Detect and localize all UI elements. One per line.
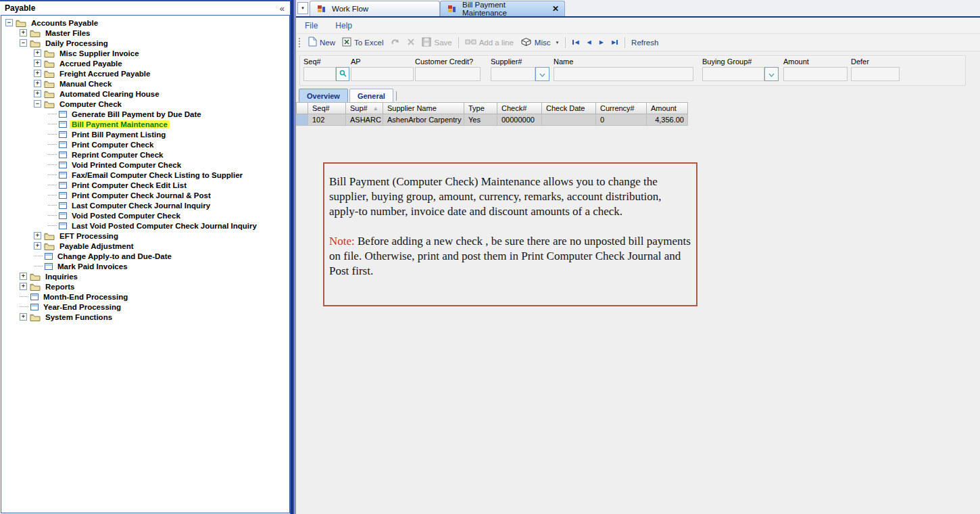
expand-icon[interactable]: + — [34, 80, 41, 87]
nav-previous-button[interactable]: ◀ — [583, 38, 595, 47]
tree-item[interactable]: +Manual Check — [1, 78, 289, 89]
buying-group-dropdown-button[interactable] — [764, 67, 779, 81]
tree-item[interactable]: Print Computer Check Journal & Post — [1, 190, 289, 200]
seq-input[interactable] — [303, 67, 336, 81]
tree-item[interactable]: Last Computer Check Journal Inquiry — [1, 200, 289, 210]
expand-icon[interactable]: + — [34, 232, 41, 239]
tree-item[interactable]: +Automated Clearing House — [1, 89, 289, 99]
tree-item[interactable]: +System Functions — [1, 312, 289, 322]
tree-item[interactable]: Last Void Posted Computer Check Journal … — [1, 220, 289, 231]
chevron-down-icon: ▼ — [301, 6, 305, 10]
cell-check-date[interactable] — [542, 114, 596, 126]
new-button[interactable]: New — [305, 35, 339, 49]
expand-icon[interactable]: + — [20, 313, 27, 321]
refresh-button-label: Refresh — [631, 39, 658, 47]
amount-input[interactable] — [783, 67, 848, 81]
refresh-button[interactable]: Refresh — [628, 37, 662, 48]
column-header-check[interactable]: Check# — [497, 102, 542, 114]
expand-icon[interactable]: + — [20, 29, 27, 37]
filter-buying-group: Buying Group# — [702, 57, 779, 81]
tree-item[interactable]: +Reports — [1, 281, 289, 291]
supplier-dropdown-button[interactable] — [535, 67, 549, 81]
cell-seq[interactable]: 102 — [308, 114, 346, 126]
cell-type[interactable]: Yes — [464, 114, 497, 126]
cell-amount[interactable]: 4,356.00 — [647, 114, 688, 126]
to-excel-button[interactable]: To Excel — [339, 36, 387, 49]
tree-item[interactable]: −Accounts Payable — [1, 18, 289, 28]
ap-input[interactable] — [351, 67, 414, 81]
tree-item-label: Last Computer Check Journal Inquiry — [70, 202, 212, 210]
toolbar-grip[interactable] — [298, 37, 301, 48]
tree-item[interactable]: −Daily Processing — [1, 38, 289, 48]
nav-next-button[interactable]: ▶ — [595, 38, 608, 47]
tree-item[interactable]: Fax/Email Computer Check Listing to Supp… — [1, 170, 289, 180]
collapse-icon[interactable]: − — [34, 100, 41, 108]
folder-icon — [16, 19, 26, 27]
cell-currency[interactable]: 0 — [596, 114, 647, 126]
collapse-icon[interactable]: − — [5, 19, 13, 26]
column-header-type[interactable]: Type — [464, 102, 497, 114]
tree-item[interactable]: Reprint Computer Check — [1, 149, 289, 160]
tree-item[interactable]: Print Computer Check Edit List — [1, 180, 289, 190]
tree-item[interactable]: Generate Bill Payment by Due Date — [1, 109, 289, 119]
tree-item[interactable]: Bill Payment Maintenance — [1, 119, 289, 129]
supplier-input[interactable] — [491, 67, 535, 81]
tab-bill-payment-maintenance[interactable]: Bill Payment Maintenance ✕ — [440, 1, 565, 16]
column-header-amount[interactable]: Amount — [647, 102, 688, 114]
row-selector[interactable] — [296, 114, 308, 126]
tree-item-label: Void Printed Computer Check — [70, 161, 183, 169]
tree-item[interactable]: Void Printed Computer Check — [1, 160, 289, 170]
tree-item[interactable]: +EFT Processing — [1, 231, 289, 241]
tree-item[interactable]: −Computer Check — [1, 99, 289, 109]
search-button[interactable] — [336, 67, 349, 81]
tab-work-flow[interactable]: Work Flow — [310, 1, 440, 16]
tab-overview[interactable]: Overview — [299, 89, 348, 102]
tree-item[interactable]: +Accrued Payable — [1, 58, 289, 68]
collapse-icon[interactable]: − — [20, 39, 27, 47]
tree-item[interactable]: Mark Paid Invoices — [1, 261, 289, 271]
tree-item[interactable]: Change Apply-to and Due-Date — [1, 251, 289, 261]
expand-icon[interactable]: + — [20, 283, 27, 290]
cell-check[interactable]: 00000000 — [497, 114, 542, 126]
expand-icon[interactable]: + — [20, 273, 27, 280]
tab-general[interactable]: General — [349, 89, 393, 102]
column-header-seq[interactable]: Seq# — [308, 102, 346, 114]
tab-list-dropdown-button[interactable]: ▼ — [297, 2, 308, 14]
menu-help[interactable]: Help — [335, 21, 352, 30]
column-header-currency[interactable]: Currency# — [596, 102, 647, 114]
panel-splitter[interactable] — [290, 0, 296, 514]
tree-item[interactable]: +Misc Supplier Invoice — [1, 48, 289, 58]
expand-icon[interactable]: + — [34, 90, 41, 97]
expand-icon[interactable]: + — [34, 49, 41, 57]
tree-item[interactable]: +Payable Adjustment — [1, 241, 289, 251]
expand-icon[interactable]: + — [34, 60, 41, 67]
name-input[interactable] — [554, 67, 693, 81]
defer-input[interactable] — [851, 67, 900, 81]
tree-item[interactable]: Print Computer Check — [1, 139, 289, 149]
nav-first-button[interactable]: ◀ — [568, 38, 583, 47]
buying-group-input[interactable] — [702, 67, 764, 81]
close-tab-icon[interactable]: ✕ — [552, 4, 559, 14]
misc-button[interactable]: Misc ▼ — [517, 36, 563, 49]
nav-last-button[interactable]: ▶ — [608, 38, 622, 47]
tree-item[interactable]: +Master Files — [1, 28, 289, 38]
column-header-sup[interactable]: Sup# ▲ — [346, 102, 383, 114]
grid-row[interactable]: 102 ASHARC AshenArbor Carpentry Yes 0000… — [296, 114, 689, 126]
cell-sup[interactable]: ASHARC — [346, 114, 383, 126]
row-selector-header[interactable] — [296, 102, 308, 114]
tree-item[interactable]: Print Bill Payment Listing — [1, 129, 289, 139]
cell-supplier-name[interactable]: AshenArbor Carpentry — [383, 114, 464, 126]
tree-item[interactable]: Month-End Processing — [1, 291, 289, 302]
expand-icon[interactable]: + — [34, 242, 41, 250]
tree-item[interactable]: Year-End Processing — [1, 302, 289, 312]
tree-item[interactable]: +Inquiries — [1, 271, 289, 281]
menu-file[interactable]: File — [305, 21, 318, 30]
tree-item[interactable]: Void Posted Computer Check — [1, 210, 289, 220]
collapse-panel-icon[interactable]: « — [280, 4, 285, 13]
filter-ap: AP — [351, 57, 414, 81]
expand-icon[interactable]: + — [34, 70, 41, 77]
customer-credit-input[interactable] — [415, 67, 481, 81]
column-header-supplier-name[interactable]: Supplier Name — [383, 102, 464, 114]
column-header-check-date[interactable]: Check Date — [542, 102, 596, 114]
tree-item[interactable]: +Freight Accrued Payable — [1, 68, 289, 78]
